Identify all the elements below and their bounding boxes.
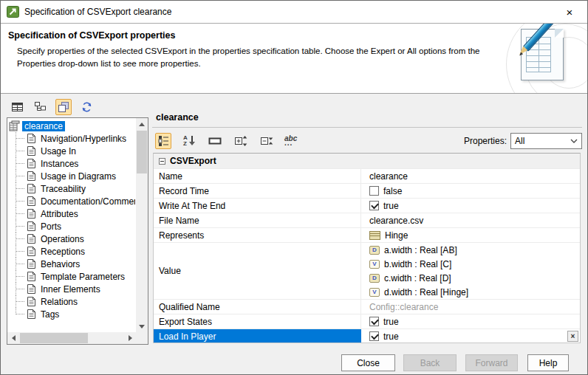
page-node-icon (27, 208, 36, 219)
scroll-down-icon[interactable] (136, 320, 148, 332)
value-list-item[interactable]: V d.width : Real [Hinge] (369, 285, 468, 299)
help-button[interactable]: Help (527, 354, 569, 371)
value-list-item[interactable]: V b.width : Real [C] (369, 257, 451, 271)
value-property-icon: V (369, 260, 380, 269)
property-value-cell[interactable]: Hinge (361, 228, 580, 242)
refresh-icon[interactable] (78, 99, 95, 115)
page-node-icon (27, 158, 36, 169)
header-description: Specify properties of the selected CSVEx… (17, 45, 499, 71)
properties-filter-dropdown[interactable]: All (510, 133, 582, 149)
tree-item-label: Usage in Diagrams (38, 171, 118, 182)
element-tree: clearance Navigation/Hyperlinks Usage In… (9, 120, 135, 331)
scrollbar-thumb[interactable] (20, 333, 88, 343)
tree-item-label: Ports (38, 221, 64, 232)
checkbox[interactable] (369, 317, 379, 326)
collapse-nodes-icon[interactable] (259, 133, 275, 149)
back-button: Back (403, 354, 457, 371)
tree-item[interactable]: Receptions (9, 245, 135, 258)
tree-item-label: Receptions (38, 247, 87, 257)
tree-item[interactable]: Ports (9, 220, 135, 233)
value-list-item[interactable]: D c.width : Real [D] (369, 271, 451, 285)
page-fold (555, 29, 564, 38)
page-node-icon (27, 233, 36, 244)
expand-nodes-icon[interactable] (233, 133, 249, 149)
close-icon[interactable]: × (558, 1, 581, 23)
property-row-file-name: File Name clearance.csv (154, 213, 580, 228)
reset-value-icon[interactable]: × (567, 331, 578, 342)
group-row-csvexport[interactable]: CSVExport (154, 154, 580, 169)
scroll-left-icon[interactable] (7, 332, 19, 344)
properties-filter-label: Properties: (464, 136, 507, 146)
scroll-up-icon[interactable] (136, 118, 148, 130)
show-full-names-icon[interactable]: abc ... (284, 133, 301, 149)
property-row-load-in-player[interactable]: Load In Player true × (154, 329, 580, 343)
property-row-record-time: Record Time false (154, 184, 580, 199)
property-value: Hinge (385, 230, 408, 241)
derived-property-icon: D (369, 274, 380, 283)
property-row-export-states: Export States true (154, 314, 580, 329)
tree-item[interactable]: Traceability (9, 182, 135, 195)
properties-toolbar: A Z abc (155, 131, 301, 151)
tree-item[interactable]: Template Parameters (9, 270, 135, 283)
table-view-icon[interactable] (10, 99, 26, 115)
tree-item[interactable]: Navigation/Hyperlinks (9, 132, 135, 145)
scrollbar-thumb[interactable] (137, 131, 147, 173)
value-list-item[interactable]: D a.width : Real [AB] (369, 243, 457, 257)
property-value-cell[interactable]: clearance.csv (361, 213, 580, 227)
page-node-icon (27, 133, 36, 144)
tree-horizontal-scrollbar[interactable] (7, 332, 136, 344)
property-label: Export States (154, 314, 361, 328)
property-value: true (383, 317, 399, 327)
properties-filter: Properties: All (464, 133, 582, 149)
property-value-cell[interactable]: D a.width : Real [AB] V b.width : Real [… (361, 243, 580, 299)
tree-item[interactable]: Relations (9, 295, 135, 308)
checkbox[interactable] (369, 186, 379, 196)
header-description-line1: Specify properties of the selected CSVEx… (17, 45, 499, 58)
checkbox[interactable] (369, 201, 379, 210)
property-label: Load In Player (154, 329, 361, 343)
tree-view-icon[interactable] (33, 99, 49, 115)
tree-item[interactable]: Documentation/Commer (9, 195, 135, 207)
property-value: clearance (369, 171, 408, 182)
close-button[interactable]: Close (341, 354, 395, 371)
collapse-group-icon[interactable] (159, 158, 165, 165)
value-item-text: b.width : Real [C] (384, 259, 451, 269)
tree-item-label: Template Parameters (38, 272, 127, 282)
block-element-icon (369, 231, 380, 240)
page-node-icon (27, 221, 36, 232)
sort-z-glyph: Z (183, 141, 188, 147)
tree-item[interactable]: Operations (9, 233, 135, 245)
tree-item-label: Operations (38, 234, 86, 244)
selected-element-title: clearance (156, 112, 199, 123)
tree-item[interactable]: Inner Elements (9, 283, 135, 295)
csv-export-app-icon (7, 6, 19, 18)
tree-item-label: Inner Elements (38, 284, 103, 295)
property-value-cell: true (361, 199, 580, 213)
page-node-icon (27, 246, 36, 257)
checkbox[interactable] (369, 331, 379, 341)
tree-item[interactable]: Usage in Diagrams (9, 170, 135, 182)
property-value: clearance.csv (369, 216, 423, 226)
description-area-icon[interactable] (207, 133, 223, 149)
tree-item[interactable]: Attributes (9, 207, 135, 220)
scroll-right-icon[interactable] (124, 332, 136, 344)
tree-item[interactable]: Instances (9, 157, 135, 170)
standard-mode-icon[interactable] (55, 99, 72, 115)
properties-table: CSVExport Name clearance Record Time fal… (153, 153, 581, 343)
properties-filter-value: All (515, 136, 570, 146)
tree-item-clearance[interactable]: clearance (9, 120, 135, 132)
property-value-cell: true (361, 314, 580, 328)
tree-item[interactable]: Tags (9, 308, 135, 320)
property-value-cell[interactable]: clearance (361, 169, 580, 183)
specification-dialog: Specification of CSVExport clearance × S… (0, 0, 588, 375)
divider (152, 127, 582, 128)
tree-item-label: clearance (22, 121, 65, 131)
tree-item-label: Documentation/Commer (38, 196, 135, 207)
tree-item[interactable]: Behaviors (9, 258, 135, 270)
property-label: File Name (154, 213, 361, 227)
tree-vertical-scrollbar[interactable] (136, 118, 148, 332)
sort-alphabetically-icon[interactable]: A Z (181, 133, 197, 149)
categorized-view-icon[interactable] (155, 133, 171, 149)
tree-item[interactable]: Usage In (9, 145, 135, 157)
property-value-cell: true × (361, 329, 580, 343)
